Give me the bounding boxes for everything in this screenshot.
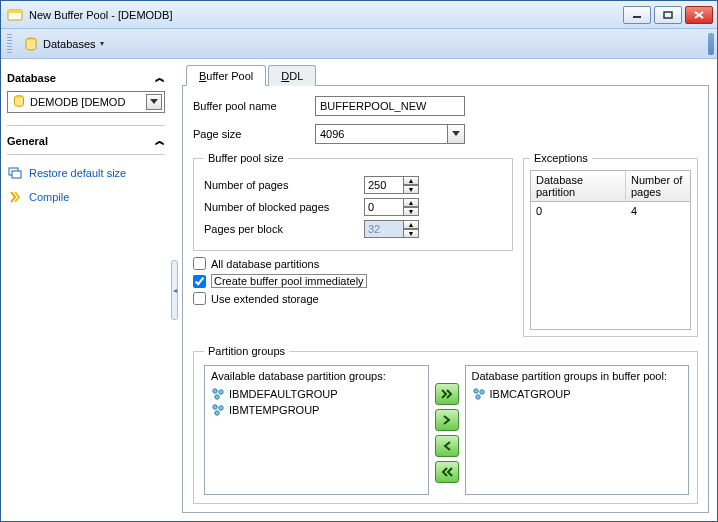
compile-link[interactable]: Compile bbox=[7, 187, 165, 207]
restore-default-size-link[interactable]: Restore default size bbox=[7, 163, 165, 183]
sidebar-section-general-label: General bbox=[7, 135, 48, 147]
exceptions-legend: Exceptions bbox=[530, 152, 592, 164]
list-item-label: IBMCATGROUP bbox=[490, 388, 571, 400]
tab-ddl-label: DL bbox=[289, 70, 303, 82]
table-row[interactable]: 0 4 bbox=[531, 202, 690, 220]
toolbar-end-grip[interactable] bbox=[708, 33, 714, 55]
svg-point-15 bbox=[213, 405, 217, 409]
blocked-pages-spinner[interactable]: ▲▼ bbox=[364, 198, 419, 216]
svg-marker-11 bbox=[452, 131, 460, 136]
move-buttons bbox=[435, 365, 459, 495]
svg-rect-1 bbox=[8, 10, 22, 13]
body: Database ︽ DEMODB [DEMOD General ︽ Resto… bbox=[1, 59, 717, 521]
database-select[interactable]: DEMODB [DEMOD bbox=[7, 91, 165, 113]
spin-down-icon[interactable]: ▼ bbox=[404, 185, 419, 194]
dropdown-arrow-icon[interactable] bbox=[146, 94, 162, 110]
spin-down-icon: ▼ bbox=[404, 229, 419, 238]
move-right-button[interactable] bbox=[435, 409, 459, 431]
dropdown-arrow-icon[interactable] bbox=[447, 125, 464, 143]
buffer-pool-name-label: Buffer pool name bbox=[193, 100, 305, 112]
databases-menu[interactable]: Databases ▾ bbox=[16, 33, 111, 55]
titlebar[interactable]: New Buffer Pool - [DEMODB] bbox=[1, 1, 717, 29]
list-item[interactable]: IBMDEFAULTGROUP bbox=[211, 386, 422, 402]
spin-up-icon[interactable]: ▲ bbox=[404, 176, 419, 185]
blocked-pages-input[interactable] bbox=[364, 198, 404, 216]
svg-point-20 bbox=[475, 395, 479, 399]
sidebar-section-general[interactable]: General ︽ bbox=[7, 134, 165, 148]
svg-point-14 bbox=[215, 395, 219, 399]
extended-storage-input[interactable] bbox=[193, 292, 206, 305]
blocked-pages-label: Number of blocked pages bbox=[204, 201, 354, 213]
exceptions-header: Database partition Number of pages bbox=[530, 170, 691, 202]
splitter[interactable]: ◂ bbox=[171, 59, 178, 521]
num-pages-input[interactable] bbox=[364, 176, 404, 194]
sidebar-section-database[interactable]: Database ︽ bbox=[7, 71, 165, 85]
tab-ddl[interactable]: DDL bbox=[268, 65, 316, 86]
page-size-select[interactable]: 4096 bbox=[315, 124, 465, 144]
tab-buffer-pool-label: uffer Pool bbox=[206, 70, 253, 82]
exceptions-col-pages[interactable]: Number of pages bbox=[626, 171, 690, 201]
move-all-left-button[interactable] bbox=[435, 461, 459, 483]
num-pages-spinner[interactable]: ▲▼ bbox=[364, 176, 419, 194]
divider bbox=[7, 154, 165, 155]
svg-point-18 bbox=[473, 389, 477, 393]
compile-icon bbox=[7, 189, 23, 205]
partition-group-icon bbox=[211, 387, 225, 401]
svg-point-16 bbox=[219, 406, 223, 410]
spin-down-icon[interactable]: ▼ bbox=[404, 207, 419, 216]
exceptions-body[interactable]: 0 4 bbox=[530, 202, 691, 330]
exceptions-group: Exceptions Database partition Number of … bbox=[523, 152, 698, 337]
partition-groups-legend: Partition groups bbox=[204, 345, 289, 357]
tab-ddl-hotkey: D bbox=[281, 70, 289, 82]
window: New Buffer Pool - [DEMODB] Databases ▾ D… bbox=[0, 0, 718, 522]
move-all-right-button[interactable] bbox=[435, 383, 459, 405]
svg-rect-3 bbox=[664, 12, 672, 18]
extended-storage-checkbox[interactable]: Use extended storage bbox=[193, 292, 513, 305]
move-left-button[interactable] bbox=[435, 435, 459, 457]
tab-panel-buffer-pool: Buffer pool name Page size 4096 Buffer p… bbox=[182, 85, 709, 513]
toolbar-grip[interactable] bbox=[7, 34, 12, 54]
buffer-pool-name-input[interactable] bbox=[315, 96, 465, 116]
inpool-groups-list[interactable]: Database partition groups in buffer pool… bbox=[465, 365, 690, 495]
database-icon bbox=[23, 36, 39, 52]
page-size-label: Page size bbox=[193, 128, 305, 140]
chevron-left-icon: ◂ bbox=[173, 286, 177, 295]
num-pages-label: Number of pages bbox=[204, 179, 354, 191]
list-item[interactable]: IBMTEMPGROUP bbox=[211, 402, 422, 418]
all-partitions-checkbox[interactable]: All database partitions bbox=[193, 257, 513, 270]
main: Buffer Pool DDL Buffer pool name Page si… bbox=[178, 59, 717, 521]
partition-group-icon bbox=[472, 387, 486, 401]
divider bbox=[7, 125, 165, 126]
list-item-label: IBMTEMPGROUP bbox=[229, 404, 319, 416]
buffer-pool-size-legend: Buffer pool size bbox=[204, 152, 288, 164]
spin-up-icon: ▲ bbox=[404, 220, 419, 229]
page-size-value: 4096 bbox=[316, 128, 447, 140]
available-groups-list[interactable]: Available database partition groups: IBM… bbox=[204, 365, 429, 495]
partition-group-icon bbox=[211, 403, 225, 417]
svg-point-13 bbox=[219, 390, 223, 394]
database-select-value: DEMODB [DEMOD bbox=[30, 96, 146, 108]
available-groups-label: Available database partition groups: bbox=[211, 370, 422, 382]
inpool-groups-label: Database partition groups in buffer pool… bbox=[472, 370, 683, 382]
window-title: New Buffer Pool - [DEMODB] bbox=[29, 9, 620, 21]
cell-partition: 0 bbox=[531, 202, 626, 220]
menubar: Databases ▾ bbox=[1, 29, 717, 59]
restore-link-label: Restore default size bbox=[29, 167, 126, 179]
restore-icon bbox=[7, 165, 23, 181]
svg-point-19 bbox=[479, 390, 483, 394]
list-item-label: IBMDEFAULTGROUP bbox=[229, 388, 338, 400]
create-immediately-label: Create buffer pool immediately bbox=[211, 274, 367, 288]
maximize-button[interactable] bbox=[654, 6, 682, 24]
close-button[interactable] bbox=[685, 6, 713, 24]
tab-buffer-pool[interactable]: Buffer Pool bbox=[186, 65, 266, 86]
splitter-handle[interactable]: ◂ bbox=[171, 260, 178, 320]
minimize-button[interactable] bbox=[623, 6, 651, 24]
collapse-icon: ︽ bbox=[155, 71, 165, 85]
list-item[interactable]: IBMCATGROUP bbox=[472, 386, 683, 402]
all-partitions-input[interactable] bbox=[193, 257, 206, 270]
create-immediately-checkbox[interactable]: Create buffer pool immediately bbox=[193, 274, 513, 288]
create-immediately-input[interactable] bbox=[193, 275, 206, 288]
exceptions-col-partition[interactable]: Database partition bbox=[531, 171, 626, 201]
spin-up-icon[interactable]: ▲ bbox=[404, 198, 419, 207]
pages-per-block-spinner: ▲▼ bbox=[364, 220, 419, 238]
